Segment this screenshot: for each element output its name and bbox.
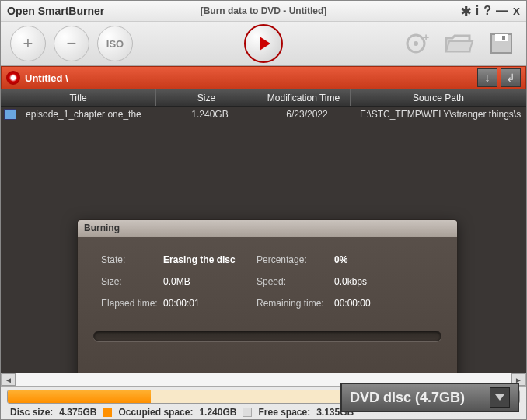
iso-label: ISO bbox=[106, 38, 124, 50]
open-folder-icon[interactable] bbox=[444, 30, 475, 58]
remaining-label: Remaining time: bbox=[257, 298, 334, 309]
percentage-value: 0% bbox=[334, 254, 396, 265]
speed-label: Speed: bbox=[257, 276, 334, 287]
close-icon[interactable]: x bbox=[513, 4, 520, 19]
col-title[interactable]: Title bbox=[1, 89, 156, 106]
window-controls: ✱ i ? — x bbox=[461, 4, 520, 19]
percentage-label: Percentage: bbox=[257, 254, 334, 265]
scroll-left-icon[interactable]: ◄ bbox=[2, 373, 16, 386]
progress-bar bbox=[93, 331, 441, 341]
dropdown-arrow-icon bbox=[490, 387, 510, 408]
cell-title: episode_1_chapter one_the bbox=[19, 109, 159, 120]
occupied-value: 1.240GB bbox=[199, 407, 236, 418]
titlebar: Open SmartBurner [Burn data to DVD - Unt… bbox=[1, 1, 526, 21]
document-title: [Burn data to DVD - Untitled] bbox=[201, 5, 327, 16]
col-source-path[interactable]: Source Path bbox=[351, 89, 526, 106]
save-icon[interactable] bbox=[486, 30, 517, 58]
file-list: episode_1_chapter one_the 1.240GB 6/23/2… bbox=[1, 107, 526, 373]
state-label: State: bbox=[101, 254, 163, 265]
disc-size-value: 4.375GB bbox=[59, 407, 96, 418]
size-label: Size: bbox=[101, 276, 163, 287]
add-button[interactable]: + bbox=[10, 26, 46, 61]
minimize-icon[interactable]: — bbox=[496, 4, 508, 19]
dialog-grid: State: Erasing the disc Percentage: 0% S… bbox=[78, 237, 457, 317]
col-size[interactable]: Size bbox=[156, 89, 257, 106]
plus-icon: + bbox=[23, 33, 33, 54]
disc-icon bbox=[6, 71, 20, 85]
remaining-value: 00:00:00 bbox=[334, 298, 396, 309]
size-value: 0.0MB bbox=[163, 276, 257, 287]
disc-type-dropdown[interactable]: DVD disc (4.7GB) bbox=[340, 383, 519, 412]
breadcrumb-bar: Untitled \ ↓ ↲ bbox=[1, 66, 526, 89]
cell-size: 1.240GB bbox=[159, 109, 260, 120]
svg-rect-4 bbox=[495, 34, 508, 41]
elapsed-value: 00:00:01 bbox=[163, 298, 257, 309]
col-modification[interactable]: Modification Time bbox=[257, 89, 351, 106]
remove-button[interactable]: − bbox=[54, 26, 89, 61]
minus-icon: − bbox=[67, 33, 77, 54]
help-icon[interactable]: ? bbox=[483, 4, 491, 19]
breadcrumb-label[interactable]: Untitled \ bbox=[25, 72, 474, 84]
occupied-swatch bbox=[103, 408, 112, 417]
svg-point-1 bbox=[414, 41, 418, 46]
state-value: Erasing the disc bbox=[163, 254, 257, 265]
capacity-fill bbox=[8, 390, 151, 403]
settings-icon[interactable]: ✱ bbox=[461, 4, 471, 19]
svg-rect-5 bbox=[502, 36, 505, 40]
app-title: Open SmartBurner bbox=[7, 5, 104, 17]
occupied-label: Occupied space: bbox=[118, 407, 193, 418]
disc-type-label: DVD disc (4.7GB) bbox=[350, 390, 465, 406]
disc-size-label: Disc size: bbox=[10, 407, 53, 418]
burning-dialog: Burning State: Erasing the disc Percenta… bbox=[77, 219, 458, 373]
info-icon[interactable]: i bbox=[476, 4, 479, 19]
file-icon bbox=[4, 109, 16, 120]
free-swatch bbox=[243, 408, 252, 417]
app-window: Open SmartBurner [Burn data to DVD - Unt… bbox=[0, 0, 527, 420]
nav-down-button[interactable]: ↓ bbox=[477, 68, 497, 87]
burn-button[interactable] bbox=[244, 24, 283, 63]
speed-value: 0.0kbps bbox=[334, 276, 396, 287]
elapsed-label: Elapsed time: bbox=[101, 298, 163, 309]
cell-path: E:\STC_TEMP\WELY\stranger things\s bbox=[354, 109, 526, 120]
disc-options-icon[interactable]: + bbox=[402, 30, 433, 58]
column-headers: Title Size Modification Time Source Path bbox=[1, 89, 526, 107]
nav-return-button[interactable]: ↲ bbox=[501, 68, 521, 87]
cell-mod: 6/23/2022 bbox=[260, 109, 354, 120]
dialog-title: Burning bbox=[78, 220, 457, 237]
iso-button[interactable]: ISO bbox=[97, 26, 133, 61]
table-row[interactable]: episode_1_chapter one_the 1.240GB 6/23/2… bbox=[1, 107, 526, 122]
svg-text:+: + bbox=[423, 32, 429, 44]
toolbar: + − ISO + bbox=[1, 21, 526, 66]
free-label: Free space: bbox=[258, 407, 310, 418]
